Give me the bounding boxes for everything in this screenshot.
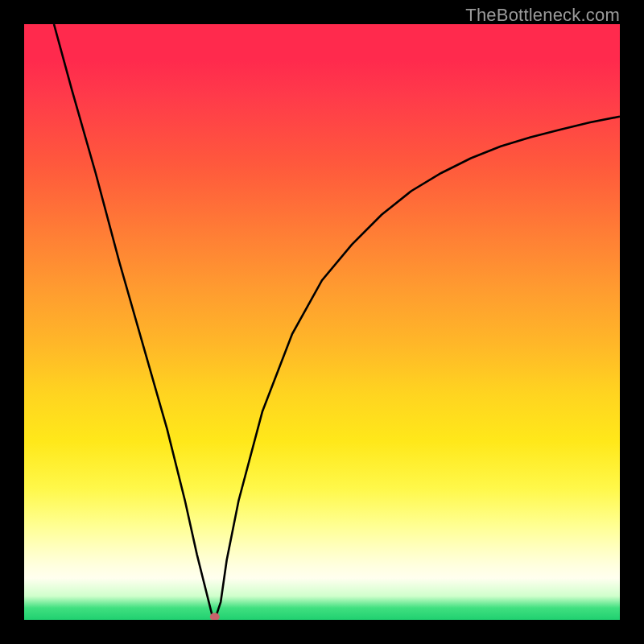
curve-layer — [24, 24, 620, 620]
watermark-label: TheBottleneck.com — [465, 5, 620, 26]
chart-container: TheBottleneck.com — [0, 0, 644, 644]
plot-area — [24, 24, 620, 620]
bottleneck-curve — [54, 24, 620, 620]
